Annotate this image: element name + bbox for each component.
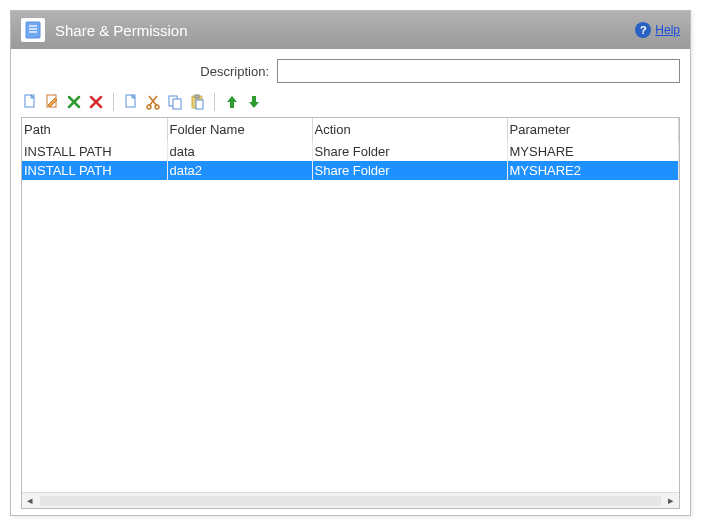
svg-rect-0 <box>26 22 40 38</box>
scroll-track[interactable] <box>40 496 661 506</box>
help-area: ? Help <box>635 22 680 38</box>
document-icon <box>21 18 45 42</box>
toolbar-separator <box>214 93 215 111</box>
cell-folder: data <box>167 142 312 162</box>
table-row[interactable]: INSTALL PATHdataShare FolderMYSHARE <box>22 142 679 162</box>
cell-action: Share Folder <box>312 161 507 180</box>
svg-rect-12 <box>195 95 199 98</box>
description-row: Description: <box>11 49 690 91</box>
grid-wrap: Path Folder Name Action Parameter INSTAL… <box>21 117 680 509</box>
copy-button[interactable] <box>122 93 140 111</box>
table-row[interactable]: INSTALL PATHdata2Share FolderMYSHARE2 <box>22 161 679 180</box>
cell-param: MYSHARE2 <box>507 161 679 180</box>
col-parameter[interactable]: Parameter <box>507 118 679 142</box>
col-path[interactable]: Path <box>22 118 167 142</box>
svg-point-7 <box>147 105 151 109</box>
col-folder-name[interactable]: Folder Name <box>167 118 312 142</box>
description-input[interactable] <box>277 59 680 83</box>
description-label: Description: <box>21 64 269 79</box>
help-link[interactable]: Help <box>655 23 680 37</box>
scroll-left-icon[interactable]: ◂ <box>22 494 38 507</box>
cell-action: Share Folder <box>312 142 507 162</box>
edit-button[interactable] <box>43 93 61 111</box>
svg-point-8 <box>155 105 159 109</box>
toolbar-separator <box>113 93 114 111</box>
delete-all-button[interactable] <box>87 93 105 111</box>
title-bar: Share & Permission ? Help <box>11 11 690 49</box>
cell-folder: data2 <box>167 161 312 180</box>
svg-rect-13 <box>196 100 203 109</box>
cell-path: INSTALL PATH <box>22 142 167 162</box>
horizontal-scrollbar[interactable]: ◂ ▸ <box>22 492 679 508</box>
grid[interactable]: Path Folder Name Action Parameter INSTAL… <box>22 118 679 492</box>
cut-button[interactable] <box>144 93 162 111</box>
col-action[interactable]: Action <box>312 118 507 142</box>
panel-title: Share & Permission <box>55 22 635 39</box>
delete-button[interactable] <box>65 93 83 111</box>
cell-path: INSTALL PATH <box>22 161 167 180</box>
share-permission-panel: Share & Permission ? Help Description: <box>10 10 691 516</box>
scroll-right-icon[interactable]: ▸ <box>663 494 679 507</box>
move-up-button[interactable] <box>223 93 241 111</box>
header-row: Path Folder Name Action Parameter <box>22 118 679 142</box>
svg-rect-10 <box>173 99 181 109</box>
duplicate-button[interactable] <box>166 93 184 111</box>
new-button[interactable] <box>21 93 39 111</box>
permissions-table: Path Folder Name Action Parameter INSTAL… <box>22 118 679 180</box>
move-down-button[interactable] <box>245 93 263 111</box>
toolbar <box>11 91 690 117</box>
cell-param: MYSHARE <box>507 142 679 162</box>
help-icon: ? <box>635 22 651 38</box>
paste-button[interactable] <box>188 93 206 111</box>
